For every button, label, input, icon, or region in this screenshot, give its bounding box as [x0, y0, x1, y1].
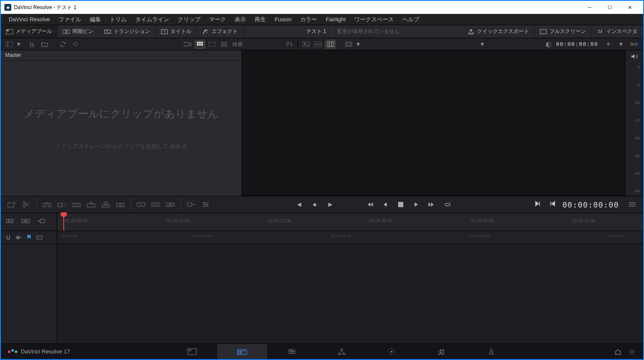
main-timecode[interactable]: 00:00:00:00: [562, 200, 619, 209]
menu-clip[interactable]: クリップ: [173, 14, 205, 25]
menu-timeline[interactable]: タイムライン: [131, 14, 173, 25]
viewer-image-button[interactable]: [301, 40, 312, 49]
page-cut[interactable]: [217, 344, 267, 360]
menu-workspace[interactable]: ワークスペース: [350, 14, 398, 25]
menu-view[interactable]: 表示: [230, 14, 250, 25]
prev-clip-button[interactable]: [549, 201, 556, 208]
import-folder-button[interactable]: [39, 40, 50, 49]
sidebar-dropdown[interactable]: ▾: [16, 40, 22, 49]
svg-point-29: [221, 46, 222, 46]
split-clip-button[interactable]: [20, 198, 33, 211]
next-clip-button[interactable]: [535, 201, 541, 208]
snap-button[interactable]: [4, 234, 12, 241]
page-media[interactable]: [167, 344, 217, 360]
view-metadata-button[interactable]: [182, 40, 193, 49]
track-headers[interactable]: [1, 244, 57, 343]
viewer-canvas[interactable]: [242, 50, 625, 196]
svg-rect-58: [119, 203, 122, 207]
place-on-top-button[interactable]: [99, 198, 112, 211]
menu-color[interactable]: カラー: [296, 14, 321, 25]
prev-edit-button[interactable]: ◄: [294, 200, 304, 209]
menu-mark[interactable]: マーク: [205, 14, 230, 25]
resolve-button[interactable]: ⟲: [69, 40, 81, 49]
go-start-button[interactable]: [365, 200, 374, 209]
bypass-button[interactable]: [628, 40, 640, 49]
viewer-safe-area-dropdown[interactable]: ▾: [355, 40, 361, 49]
view-list-button[interactable]: [219, 40, 230, 49]
menu-help[interactable]: ヘルプ: [398, 14, 424, 25]
viewer-boring-button[interactable]: [313, 40, 324, 49]
tab-effect[interactable]: エフェクト: [197, 25, 243, 38]
home-button[interactable]: [612, 346, 624, 358]
append-button[interactable]: [55, 198, 68, 211]
maximize-button[interactable]: ☐: [600, 1, 620, 14]
tl-free-playhead-button[interactable]: [18, 215, 33, 227]
tl-trim-in-button[interactable]: [34, 215, 49, 227]
track-area[interactable]: [57, 244, 643, 343]
menu-playback[interactable]: 再生: [250, 14, 270, 25]
page-deliver[interactable]: [467, 344, 517, 360]
menu-file[interactable]: ファイル: [54, 14, 85, 25]
fullscreen-button[interactable]: フルスクリーン: [535, 25, 592, 38]
tab-title[interactable]: T タイトル: [156, 25, 197, 38]
page-fairlight[interactable]: [417, 344, 467, 360]
svg-rect-55: [102, 205, 110, 207]
smart-insert-button[interactable]: [40, 198, 53, 211]
jog-icon[interactable]: ◐: [546, 40, 552, 48]
ripple-overwrite-button[interactable]: [70, 198, 83, 211]
sync-button[interactable]: [57, 40, 69, 49]
master-bin-label[interactable]: Master: [1, 50, 242, 61]
page-color[interactable]: [367, 344, 417, 360]
audio-waveform-button[interactable]: [15, 234, 23, 241]
loop-button[interactable]: [443, 200, 452, 209]
search-input[interactable]: [231, 41, 283, 47]
next-edit-button[interactable]: ►: [326, 200, 335, 209]
minimize-button[interactable]: ─: [580, 1, 600, 14]
marker-button[interactable]: [25, 234, 33, 241]
flag-button[interactable]: [36, 234, 43, 241]
menu-trim[interactable]: トリム: [105, 14, 131, 25]
quick-export-button[interactable]: クイックエクスポート: [462, 25, 535, 38]
smooth-cut-button[interactable]: [149, 198, 162, 211]
cut-button[interactable]: [164, 198, 177, 211]
edit-toolbar: z ◄ ● ► 00:00:00:00: [1, 196, 643, 213]
close-button[interactable]: ✕: [620, 1, 640, 14]
tools-button[interactable]: ✦: [602, 40, 614, 49]
go-end-button[interactable]: [427, 200, 437, 209]
stop-button[interactable]: [396, 200, 405, 209]
inspector-button[interactable]: インスペクタ: [592, 25, 643, 38]
page-fusion[interactable]: [317, 344, 367, 360]
play-reverse-button[interactable]: [380, 200, 390, 209]
tab-media-pool[interactable]: メディアプール: [1, 25, 58, 38]
page-edit[interactable]: [267, 344, 317, 360]
sort-button[interactable]: [284, 40, 295, 49]
settings-button[interactable]: [626, 346, 638, 358]
play-button[interactable]: [412, 200, 421, 209]
tl-lock-playhead-button[interactable]: [3, 215, 17, 227]
menu-fusion[interactable]: Fusion: [270, 14, 296, 24]
viewer-options-dropdown[interactable]: ▾: [479, 40, 485, 49]
tools-dropdown[interactable]: ▾: [618, 40, 624, 49]
view-strip-button[interactable]: [206, 40, 218, 49]
viewer-safe-area-button[interactable]: [343, 40, 354, 49]
record-button[interactable]: ●: [310, 200, 320, 209]
view-thumbnail-button[interactable]: [194, 40, 206, 49]
timeline-options-button[interactable]: [199, 198, 212, 211]
menu-fairlight[interactable]: Fairlight: [321, 14, 350, 24]
source-overwrite-button[interactable]: [114, 198, 127, 211]
preview-timecode[interactable]: 00:00:00:00: [556, 41, 598, 47]
sidebar-toggle-button[interactable]: [3, 40, 15, 49]
close-up-button[interactable]: [85, 198, 98, 211]
import-media-button[interactable]: [27, 40, 38, 49]
timeline-menu-button[interactable]: [626, 198, 639, 211]
menu-edit[interactable]: 編集: [85, 14, 105, 25]
boring-detector-button[interactable]: z: [5, 198, 18, 211]
dissolve-button[interactable]: [134, 198, 147, 211]
menu-davinci[interactable]: DaVinci Resolve: [4, 14, 54, 24]
viewer-source-tape-button[interactable]: [325, 40, 336, 49]
tab-sync-bin[interactable]: 同期ビン: [58, 25, 99, 38]
timeline-ruler-detail[interactable]: :00:00:00 01:00:02:00 01:00:04:00 01:00:…: [57, 231, 643, 244]
tab-transition[interactable]: トランジション: [99, 25, 156, 38]
timeline-sync-button[interactable]: [184, 198, 197, 211]
speaker-icon[interactable]: [625, 50, 643, 63]
